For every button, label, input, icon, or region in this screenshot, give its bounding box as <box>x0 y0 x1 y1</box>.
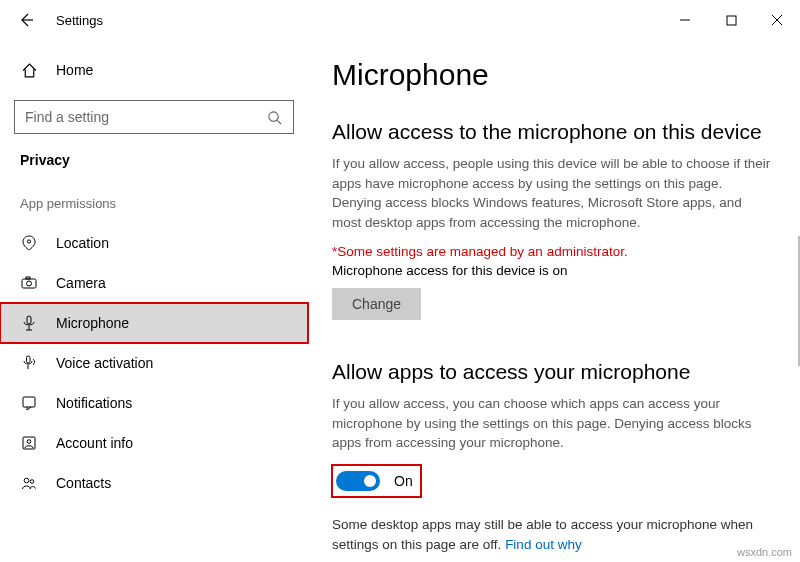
search-input[interactable]: Find a setting <box>14 100 294 134</box>
find-out-why-link[interactable]: Find out why <box>505 537 582 552</box>
voice-icon <box>20 354 38 372</box>
svg-point-2 <box>27 240 30 243</box>
contacts-icon <box>20 474 38 492</box>
admin-warning: *Some settings are managed by an adminis… <box>332 244 776 259</box>
change-button[interactable]: Change <box>332 288 421 320</box>
svg-rect-5 <box>26 277 30 279</box>
microphone-icon <box>20 314 38 332</box>
svg-point-12 <box>30 480 34 484</box>
minimize-button[interactable] <box>662 4 708 36</box>
svg-point-1 <box>268 111 277 120</box>
notification-icon <box>20 394 38 412</box>
sidebar-item-camera[interactable]: Camera <box>0 263 308 303</box>
section-desc: If you allow access, you can choose whic… <box>332 394 772 453</box>
titlebar: Settings <box>0 0 800 40</box>
account-icon <box>20 434 38 452</box>
sidebar: Home Find a setting Privacy App permissi… <box>0 40 308 562</box>
app-access-toggle-row: On <box>332 465 421 497</box>
sidebar-item-label: Microphone <box>56 315 129 331</box>
svg-rect-3 <box>22 279 36 288</box>
sidebar-item-voice-activation[interactable]: Voice activation <box>0 343 308 383</box>
window-title: Settings <box>56 13 103 28</box>
sidebar-item-label: Account info <box>56 435 133 451</box>
device-access-status: Microphone access for this device is on <box>332 263 776 278</box>
home-icon <box>20 61 38 79</box>
sidebar-item-notifications[interactable]: Notifications <box>0 383 308 423</box>
sidebar-item-label: Notifications <box>56 395 132 411</box>
sidebar-category: Privacy <box>0 148 308 188</box>
svg-point-10 <box>27 440 31 444</box>
sidebar-item-account-info[interactable]: Account info <box>0 423 308 463</box>
svg-point-4 <box>27 281 32 286</box>
app-access-toggle[interactable] <box>336 471 380 491</box>
search-icon <box>265 108 283 126</box>
page-title: Microphone <box>332 58 776 92</box>
section-heading-device-access: Allow access to the microphone on this d… <box>332 120 776 144</box>
sidebar-item-location[interactable]: Location <box>0 223 308 263</box>
svg-rect-6 <box>27 316 31 324</box>
svg-rect-7 <box>27 356 31 363</box>
watermark: wsxdn.com <box>737 546 792 558</box>
sidebar-item-label: Location <box>56 235 109 251</box>
sidebar-item-contacts[interactable]: Contacts <box>0 463 308 503</box>
close-button[interactable] <box>754 4 800 36</box>
arrow-left-icon <box>17 11 35 29</box>
window-controls <box>662 4 800 36</box>
camera-icon <box>20 274 38 292</box>
sidebar-item-label: Contacts <box>56 475 111 491</box>
sidebar-item-microphone[interactable]: Microphone <box>0 303 308 343</box>
sidebar-home-label: Home <box>56 62 93 78</box>
toggle-state-label: On <box>394 473 413 489</box>
back-button[interactable] <box>8 2 44 38</box>
sidebar-item-label: Camera <box>56 275 106 291</box>
footnote: Some desktop apps may still be able to a… <box>332 515 772 554</box>
svg-point-11 <box>24 478 29 483</box>
maximize-button[interactable] <box>708 4 754 36</box>
search-placeholder: Find a setting <box>25 109 265 125</box>
sidebar-section: App permissions <box>0 188 308 223</box>
toggle-knob <box>364 475 376 487</box>
section-heading-app-access: Allow apps to access your microphone <box>332 360 776 384</box>
sidebar-home[interactable]: Home <box>0 50 308 90</box>
sidebar-item-label: Voice activation <box>56 355 153 371</box>
location-icon <box>20 234 38 252</box>
svg-rect-8 <box>23 397 35 407</box>
content-panel: Microphone Allow access to the microphon… <box>308 40 800 562</box>
svg-rect-0 <box>727 16 736 25</box>
section-desc: If you allow access, people using this d… <box>332 154 772 232</box>
